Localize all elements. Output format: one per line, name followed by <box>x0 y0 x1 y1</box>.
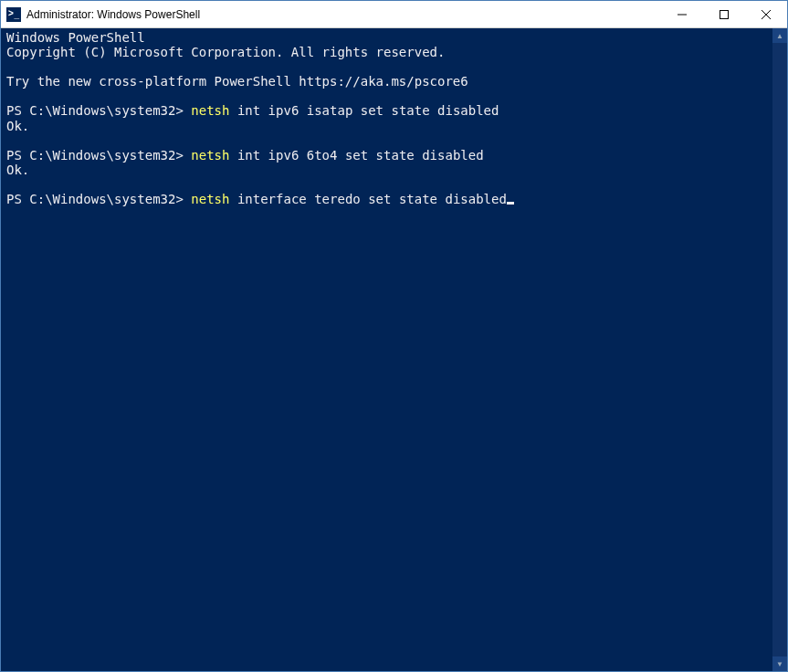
command-highlight: netsh <box>191 192 229 206</box>
close-button[interactable] <box>745 1 787 27</box>
window-title: Administrator: Windows PowerShell <box>26 8 661 21</box>
svg-rect-1 <box>720 10 729 18</box>
prompt: PS C:\Windows\system32> <box>6 192 191 206</box>
prompt: PS C:\Windows\system32> <box>6 103 191 118</box>
scroll-up-arrow-icon[interactable]: ▲ <box>772 28 787 43</box>
vertical-scrollbar[interactable]: ▲ ▼ <box>772 28 787 671</box>
command-rest: interface teredo set state disabled <box>229 192 506 206</box>
minimize-icon <box>678 10 687 19</box>
close-icon <box>762 10 771 19</box>
command-rest: int ipv6 6to4 set state disabled <box>229 148 483 163</box>
titlebar: Administrator: Windows PowerShell <box>1 1 787 28</box>
maximize-button[interactable] <box>703 1 745 27</box>
ps-banner-line2: Copyright (C) Microsoft Corporation. All… <box>6 45 445 59</box>
terminal-area: Windows PowerShell Copyright (C) Microso… <box>1 28 787 671</box>
command-rest: int ipv6 isatap set state disabled <box>229 103 499 118</box>
minimize-button[interactable] <box>661 1 703 27</box>
window-controls <box>661 1 787 27</box>
prompt: PS C:\Windows\system32> <box>6 148 191 163</box>
powershell-icon <box>6 7 21 22</box>
command-output: Ok. <box>6 119 29 133</box>
ps-hint: Try the new cross-platform PowerShell ht… <box>6 74 468 89</box>
command-output: Ok. <box>6 163 29 177</box>
terminal[interactable]: Windows PowerShell Copyright (C) Microso… <box>1 28 772 671</box>
command-highlight: netsh <box>191 148 229 163</box>
scroll-down-arrow-icon[interactable]: ▼ <box>772 656 787 671</box>
cursor <box>507 202 514 205</box>
command-highlight: netsh <box>191 103 229 118</box>
ps-banner-line1: Windows PowerShell <box>6 30 145 45</box>
maximize-icon <box>720 10 729 19</box>
